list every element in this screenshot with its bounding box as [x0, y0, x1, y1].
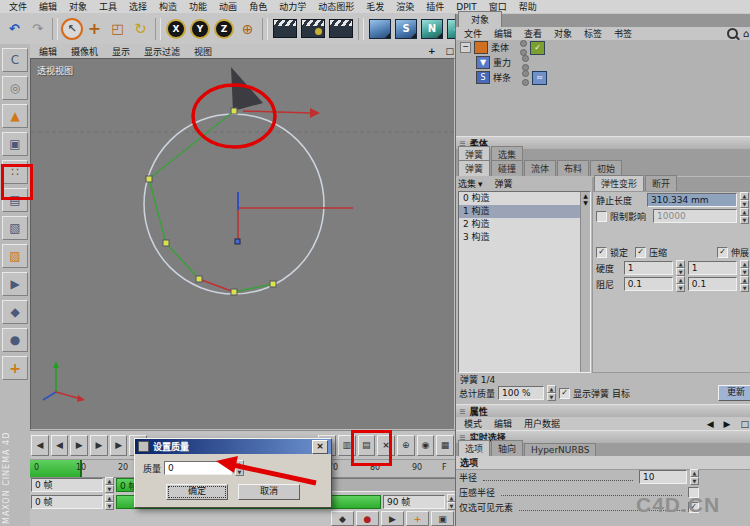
current-frame-spinner[interactable]: ▲▼: [105, 477, 114, 493]
om-menu-item[interactable]: 文件: [459, 26, 487, 41]
spring-list-item[interactable]: 0 构造: [459, 192, 590, 205]
tab-break[interactable]: 断开: [645, 175, 677, 191]
menubar-item[interactable]: 帮助: [514, 0, 542, 14]
om-menu-item[interactable]: 标签: [579, 26, 607, 41]
lock-z-axis-button[interactable]: Z: [214, 19, 234, 39]
vertex-handle[interactable]: [231, 289, 237, 295]
menubar-item[interactable]: 工具: [94, 0, 122, 14]
menubar-item[interactable]: 插件: [421, 0, 449, 14]
total-mass-spinner[interactable]: ▲▼: [547, 385, 556, 401]
tab-springs[interactable]: 弹簧: [458, 160, 490, 176]
viewport-menu-item[interactable]: 显示过滤: [139, 44, 185, 59]
stretch-checkbox[interactable]: ✓: [717, 247, 728, 258]
rotate-tool-icon[interactable]: ↻: [129, 17, 152, 40]
om-menu-item[interactable]: 编辑: [489, 26, 517, 41]
show-springs-checkbox[interactable]: ✓: [559, 388, 570, 399]
viewport-menu-item[interactable]: 视图: [189, 44, 217, 59]
camera-icon[interactable]: ◉: [417, 435, 435, 456]
scale-tool-icon[interactable]: ◰: [106, 17, 129, 40]
tab-collision[interactable]: 碰撞: [491, 160, 523, 176]
menubar-item[interactable]: 选择: [124, 0, 152, 14]
damping-spinner-a[interactable]: ▲▼: [676, 276, 685, 292]
history-forward-icon[interactable]: ▶: [719, 418, 736, 430]
expander-icon[interactable]: −: [460, 42, 471, 53]
vertex-handle[interactable]: [163, 240, 169, 246]
set-mass-button[interactable]: ▥: [338, 435, 356, 456]
undo-icon[interactable]: ↶: [3, 17, 26, 40]
range-start-field[interactable]: 0 帧: [31, 495, 103, 509]
options-icon[interactable]: ▣: [431, 511, 454, 526]
attr-menu-item[interactable]: 用户数据: [519, 416, 565, 431]
spring-list-item[interactable]: 3 构造: [459, 231, 590, 244]
coords-icon[interactable]: ⊕: [397, 435, 415, 456]
stiffness-field-a[interactable]: 1: [624, 261, 674, 275]
limit-field[interactable]: 10000: [653, 209, 737, 223]
spring-list-item-selected[interactable]: 1 构造: [459, 205, 590, 218]
search-icon[interactable]: [727, 28, 738, 39]
render-active-view-icon[interactable]: [301, 19, 325, 38]
object-label[interactable]: 样条: [493, 71, 511, 84]
tree-row[interactable]: − 柔体 ✓: [456, 40, 750, 55]
snap-settings-icon[interactable]: +: [2, 356, 28, 380]
expression-tag-icon[interactable]: ✓: [530, 41, 545, 55]
vertex-handle[interactable]: [146, 176, 152, 182]
object-label[interactable]: 重力: [493, 56, 511, 69]
model-mode-icon[interactable]: ◎: [2, 76, 28, 100]
selection-dropdown-label[interactable]: 选集: [458, 177, 476, 190]
radius-field[interactable]: 10: [639, 470, 687, 484]
redo-icon[interactable]: ↷: [26, 17, 49, 40]
polygon-mode-icon[interactable]: ▧: [2, 216, 28, 240]
record-position-icon[interactable]: ◆: [331, 511, 354, 526]
visibility-dots[interactable]: [520, 40, 527, 56]
listbox-scrollbar[interactable]: ▲▼: [580, 192, 590, 372]
render-settings-icon[interactable]: [329, 19, 353, 38]
menubar-item[interactable]: 文件: [4, 0, 32, 14]
cancel-button[interactable]: 取消: [238, 484, 300, 500]
stiffness-spinner-a[interactable]: ▲▼: [676, 260, 685, 276]
previous-frame-button[interactable]: ◀: [51, 435, 69, 456]
lock-y-axis-button[interactable]: Y: [190, 19, 210, 39]
viewport-pan-icon[interactable]: +: [423, 45, 441, 57]
menubar-item[interactable]: 构造: [154, 0, 182, 14]
om-menu-item[interactable]: 对象: [549, 26, 577, 41]
tree-row[interactable]: ▼ 重力: [456, 55, 750, 70]
viewport-menu-item[interactable]: 编辑: [34, 44, 62, 59]
damping-spinner-b[interactable]: ▲▼: [740, 276, 749, 292]
damping-field-b[interactable]: 0.1: [688, 277, 738, 291]
attr-menu-item[interactable]: 编辑: [489, 416, 517, 431]
viewport[interactable]: 透视视图: [30, 58, 455, 430]
viewport-menu-item[interactable]: 显示: [107, 44, 135, 59]
tab-options[interactable]: 选项: [458, 440, 490, 456]
total-mass-field[interactable]: 100 %: [498, 386, 544, 400]
stiffness-field-b[interactable]: 1: [688, 261, 738, 275]
texture-mode-icon[interactable]: ▨: [2, 244, 28, 268]
tab-fluid[interactable]: 流体: [524, 160, 556, 176]
menubar-item[interactable]: 动力学: [274, 0, 311, 14]
edge-mode-icon[interactable]: ▤: [2, 188, 28, 212]
limit-checkbox[interactable]: [596, 211, 607, 222]
texture-axis-mode-icon[interactable]: ▣: [2, 132, 28, 156]
menubar-item[interactable]: 毛发: [361, 0, 389, 14]
vertex-handle[interactable]: [231, 108, 237, 114]
rest-length-field[interactable]: 310.334 mm: [647, 193, 737, 207]
grid-icon[interactable]: ▦: [436, 435, 454, 456]
rest-length-spinner[interactable]: ▲▼: [740, 192, 749, 208]
menubar-item[interactable]: 渲染: [391, 0, 419, 14]
make-editable-icon[interactable]: C: [2, 48, 28, 72]
spline-circle[interactable]: [144, 114, 324, 294]
tab-cloth[interactable]: 布料: [557, 160, 589, 176]
close-palette-icon[interactable]: ×: [377, 435, 395, 456]
tree-row[interactable]: S 样条 ≈: [456, 70, 750, 85]
vertex-handle[interactable]: [270, 281, 276, 287]
play-small-icon[interactable]: ▶: [381, 511, 404, 526]
limit-spinner[interactable]: ▲▼: [740, 208, 749, 224]
add-spline-icon[interactable]: S: [395, 19, 417, 39]
menubar-item[interactable]: 角色: [244, 0, 272, 14]
live-selection-tool-icon[interactable]: ↖: [61, 18, 83, 40]
mass-field[interactable]: 0: [164, 461, 232, 475]
lock-checkbox[interactable]: ✓: [596, 247, 607, 258]
ok-button[interactable]: 确定: [166, 484, 228, 500]
tab-objects[interactable]: 对象: [458, 11, 502, 27]
dialog-close-icon[interactable]: ×: [312, 440, 328, 454]
object-origin-handle[interactable]: [235, 239, 240, 244]
